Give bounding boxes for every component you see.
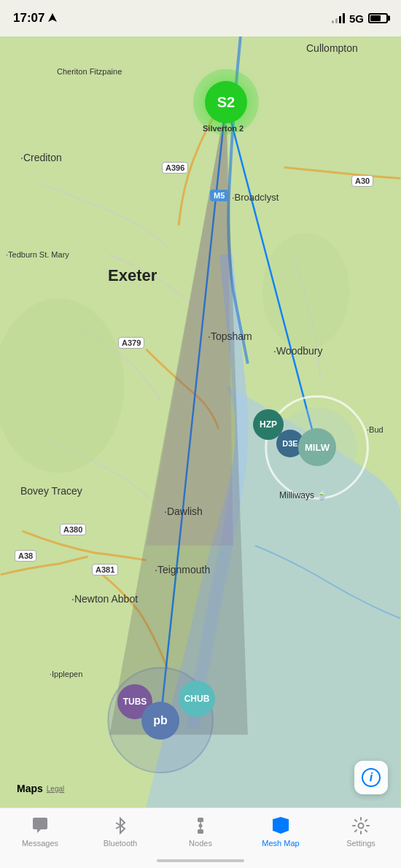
node-chub[interactable]: CHUB	[179, 681, 215, 717]
svg-rect-12	[198, 818, 203, 822]
home-indicator	[157, 859, 244, 862]
legal-text: Legal	[47, 785, 64, 793]
settings-icon	[351, 815, 371, 836]
svg-point-15	[199, 824, 203, 828]
tab-bluetooth-label: Bluetooth	[104, 839, 137, 848]
status-right-icons: 5G	[332, 12, 388, 25]
signal-icon	[332, 13, 345, 23]
network-type: 5G	[349, 12, 364, 25]
svg-point-16	[359, 824, 364, 829]
node-milw[interactable]: MILW	[298, 428, 336, 466]
info-button[interactable]: i	[354, 761, 388, 794]
maps-text: Maps	[17, 783, 43, 794]
tab-nodes-label: Nodes	[189, 839, 212, 848]
meshmap-icon	[270, 815, 291, 836]
info-icon: i	[362, 768, 381, 787]
location-arrow-icon	[48, 13, 57, 23]
status-time: 17:07	[13, 11, 57, 26]
bluetooth-icon	[110, 815, 131, 836]
nodes-icon	[190, 815, 211, 836]
battery-icon	[368, 13, 388, 23]
status-bar: 17:07 5G	[0, 0, 401, 36]
svg-rect-13	[198, 829, 203, 834]
tab-messages-label: Messages	[22, 839, 58, 848]
time-display: 17:07	[13, 11, 44, 26]
tab-messages[interactable]: Messages	[11, 815, 69, 848]
svg-marker-0	[48, 13, 57, 22]
apple-maps-branding: Maps Legal	[13, 783, 64, 794]
map-container[interactable]: Cullompton Cheriton Fitzpaine ·Crediton …	[0, 36, 401, 807]
node-s2[interactable]: S2	[205, 81, 247, 123]
tab-nodes[interactable]: Nodes	[171, 815, 230, 848]
tab-settings[interactable]: Settings	[332, 815, 390, 848]
tab-settings-label: Settings	[346, 839, 375, 848]
tab-meshmap[interactable]: Mesh Map	[252, 815, 310, 848]
tab-bluetooth[interactable]: Bluetooth	[91, 815, 149, 848]
messages-icon	[30, 815, 50, 836]
tab-meshmap-label: Mesh Map	[262, 839, 299, 848]
node-pb[interactable]: pb	[141, 702, 179, 740]
